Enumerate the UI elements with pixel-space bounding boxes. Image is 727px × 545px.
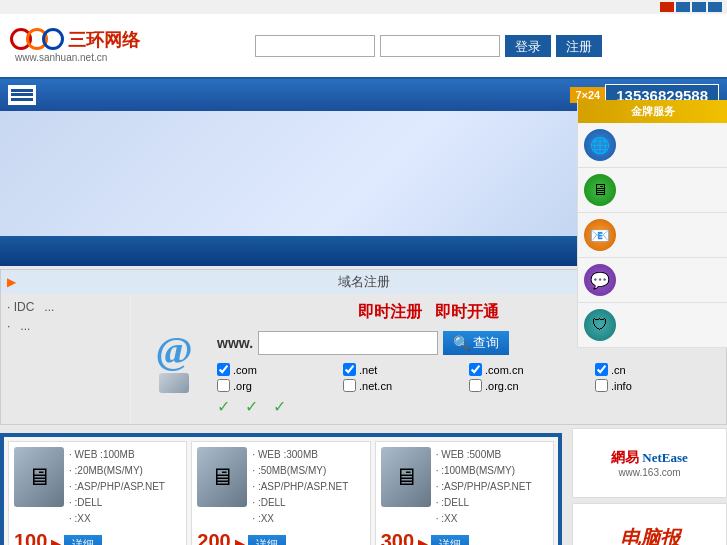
login-button[interactable]: 登录 — [505, 35, 551, 57]
nav-menu-icon[interactable] — [8, 85, 36, 105]
checkbox-comcn[interactable] — [469, 363, 482, 376]
netease-logo-area: 網易 NetEase — [611, 449, 688, 467]
host-card-3-details: · WEB :500MB · :100MB(MS/MY) · :ASP/PHP/… — [436, 447, 532, 527]
domain-opt-netcn: .net.cn — [343, 379, 466, 392]
checkbox-info[interactable] — [595, 379, 608, 392]
domain-left-panel: · IDC ... · ... — [1, 294, 131, 424]
top-icons-bar — [0, 0, 727, 14]
search-icon: 🔍 — [453, 335, 470, 351]
domain-search-button[interactable]: 🔍 查询 — [443, 331, 509, 355]
bottom-row: 🖥 · WEB :100MB · :20MB(MS/MY) · :ASP/PHP… — [0, 428, 727, 545]
domain-left-item-idc: · IDC ... — [7, 300, 124, 314]
netease-url: www.163.com — [618, 467, 680, 478]
checkbox-orgcn[interactable] — [469, 379, 482, 392]
domain-www-label: www. — [217, 335, 253, 351]
checkmark-3: ✓ — [273, 397, 286, 416]
header-search-input-1[interactable] — [255, 35, 375, 57]
host-price-row-1: 100 ▶ 详细 — [14, 530, 181, 545]
domain-check-marks: ✓ ✓ ✓ — [217, 397, 718, 416]
checkbox-cn[interactable] — [595, 363, 608, 376]
host-price-1: 100 — [14, 530, 47, 545]
at-figure-person — [159, 373, 189, 393]
domain-search-label: 查询 — [473, 334, 499, 352]
menu-line-2 — [11, 93, 33, 96]
logo-circles — [10, 28, 64, 50]
host-card-1: 🖥 · WEB :100MB · :20MB(MS/MY) · :ASP/PHP… — [8, 441, 187, 545]
host-card-1-inner: 🖥 · WEB :100MB · :20MB(MS/MY) · :ASP/PHP… — [14, 447, 181, 527]
checkmark-1: ✓ — [217, 397, 230, 416]
dianbao-logo: 电脑报 — [620, 525, 680, 546]
service-item-3[interactable]: 📧 — [578, 213, 727, 258]
header-search-area: 登录 注册 — [140, 35, 717, 57]
checkmark-2: ✓ — [245, 397, 258, 416]
host-card-3: 🖥 · WEB :500MB · :100MB(MS/MY) · :ASP/PH… — [375, 441, 554, 545]
host-price-row-3: 300 ▶ 详细 — [381, 530, 548, 545]
domain-arrow-left: ▶ — [7, 275, 16, 289]
service-icon-shield: 🛡 — [584, 309, 616, 341]
main-body: ▶ 域名注册 ▶ · IDC ... · ... 即时注册 即时开通 — [0, 111, 727, 545]
host-card-2-details: · WEB :300MB · :50MB(MS/MY) · :ASP/PHP/A… — [252, 447, 348, 527]
menu-line-1 — [11, 89, 33, 92]
domain-options-grid: .com .net .com.cn .cn .org .net.cn .org.… — [217, 363, 718, 392]
domain-opt-org: .org — [217, 379, 340, 392]
top-icon-1[interactable] — [660, 2, 674, 12]
host-card-2: 🖥 · WEB :300MB · :50MB(MS/MY) · :ASP/PHP… — [191, 441, 370, 545]
top-icon-2[interactable] — [676, 2, 690, 12]
host-price-arrow-2: ▶ — [235, 537, 244, 545]
domain-promo-2: 即时开通 — [435, 303, 499, 320]
server-icon-2: 🖥 — [210, 463, 234, 491]
service-item-4[interactable]: 💬 — [578, 258, 727, 303]
server-image-1: 🖥 — [14, 447, 64, 507]
host-price-2: 200 — [197, 530, 230, 545]
host-detail-btn-3[interactable]: 详细 — [431, 535, 469, 545]
host-specs-3: · WEB :500MB · :100MB(MS/MY) · :ASP/PHP/… — [436, 447, 532, 527]
dianbao-banner[interactable]: 电脑报 — [572, 503, 727, 545]
service-item-1[interactable]: 🌐 — [578, 123, 727, 168]
host-specs-2: · WEB :300MB · :50MB(MS/MY) · :ASP/PHP/A… — [252, 447, 348, 527]
top-icon-4[interactable] — [708, 2, 722, 12]
service-icon-globe: 🌐 — [584, 129, 616, 161]
service-icon-mail: 📧 — [584, 219, 616, 251]
service-item-5[interactable]: 🛡 — [578, 303, 727, 348]
server-icon-3: 🖥 — [394, 463, 418, 491]
logo-subtitle: www.sanhuan.net.cn — [15, 52, 107, 63]
service-icon-chat: 💬 — [584, 264, 616, 296]
server-image-3: 🖥 — [381, 447, 431, 507]
circle-blue — [42, 28, 64, 50]
right-ads-panel: 網易 NetEase www.163.com 电脑报 — [572, 428, 727, 545]
server-image-2: 🖥 — [197, 447, 247, 507]
sidebar-right: 金牌服务 🌐 🖥 📧 💬 🛡 — [577, 100, 727, 348]
host-price-arrow-3: ▶ — [418, 537, 427, 545]
domain-opt-com: .com — [217, 363, 340, 376]
netease-english: NetEase — [642, 450, 688, 466]
service-item-2[interactable]: 🖥 — [578, 168, 727, 213]
server-icon-1: 🖥 — [27, 463, 51, 491]
service-icon-monitor: 🖥 — [584, 174, 616, 206]
domain-left-item-2: · ... — [7, 319, 124, 333]
checkbox-org[interactable] — [217, 379, 230, 392]
hosting-section: 🖥 · WEB :100MB · :20MB(MS/MY) · :ASP/PHP… — [0, 433, 562, 545]
header: 三环网络 www.sanhuan.net.cn 登录 注册 — [0, 14, 727, 79]
host-price-row-2: 200 ▶ 详细 — [197, 530, 364, 545]
logo-text: 三环网络 — [68, 28, 140, 52]
checkbox-netcn[interactable] — [343, 379, 356, 392]
domain-opt-comcn: .com.cn — [469, 363, 592, 376]
host-card-1-details: · WEB :100MB · :20MB(MS/MY) · :ASP/PHP/A… — [69, 447, 165, 527]
domain-promo-1: 即时注册 — [358, 303, 422, 320]
checkbox-com[interactable] — [217, 363, 230, 376]
checkbox-net[interactable] — [343, 363, 356, 376]
domain-search-input[interactable] — [258, 331, 438, 355]
header-search-input-2[interactable] — [380, 35, 500, 57]
netease-banner[interactable]: 網易 NetEase www.163.com — [572, 428, 727, 498]
top-icon-3[interactable] — [692, 2, 706, 12]
host-detail-btn-2[interactable]: 详细 — [248, 535, 286, 545]
host-price-arrow-1: ▶ — [51, 537, 60, 545]
host-specs-1: · WEB :100MB · :20MB(MS/MY) · :ASP/PHP/A… — [69, 447, 165, 527]
register-button[interactable]: 注册 — [556, 35, 602, 57]
host-detail-btn-1[interactable]: 详细 — [64, 535, 102, 545]
host-price-3: 300 — [381, 530, 414, 545]
hosting-inner: 🖥 · WEB :100MB · :20MB(MS/MY) · :ASP/PHP… — [4, 437, 558, 545]
domain-opt-cn: .cn — [595, 363, 718, 376]
menu-line-3 — [11, 98, 33, 101]
domain-opt-info: .info — [595, 379, 718, 392]
